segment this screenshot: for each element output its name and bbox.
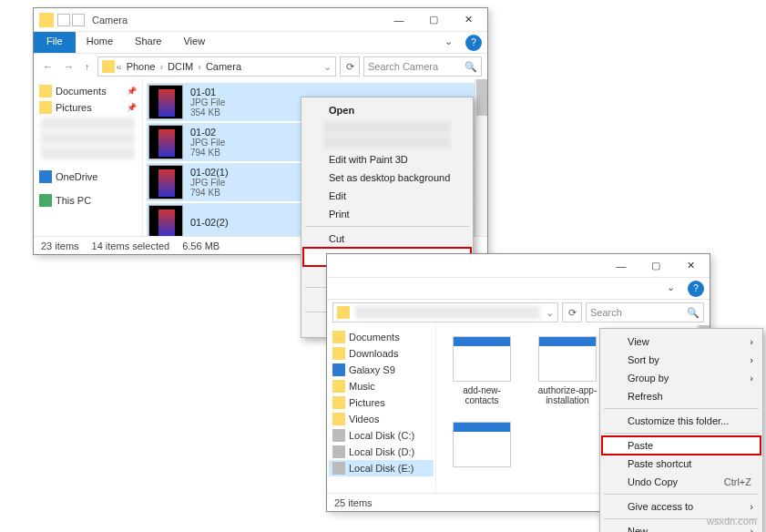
status-item-count: 25 items [334, 497, 373, 508]
blurred-menu-item [323, 121, 451, 134]
status-item-count: 23 items [41, 240, 79, 251]
nav-pictures[interactable]: Pictures [329, 394, 434, 411]
home-tab[interactable]: Home [76, 32, 124, 53]
titlebar[interactable]: — ▢ ✕ [327, 254, 710, 278]
search-input[interactable]: Search Camera 🔍 [363, 56, 482, 77]
nav-pictures[interactable]: Pictures📌 [36, 99, 140, 116]
quick-access-toolbar[interactable] [57, 14, 85, 26]
menu-refresh[interactable]: Refresh [602, 387, 761, 405]
ribbon-tabs: ⌄ ? [327, 278, 710, 300]
menu-customize-folder[interactable]: Customize this folder... [602, 412, 761, 430]
folder-icon [39, 13, 54, 27]
thumbnail [538, 336, 597, 382]
forward-button[interactable]: → [60, 59, 77, 74]
grid-item[interactable] [447, 422, 516, 471]
close-button[interactable]: ✕ [451, 10, 485, 30]
blurred-item [41, 132, 135, 145]
ribbon-tabs: File Home Share View ⌄ ? [34, 32, 487, 54]
nav-documents[interactable]: Documents [329, 329, 434, 345]
back-button[interactable]: ← [39, 59, 56, 74]
crumb-dcim[interactable]: DCIM [165, 61, 196, 72]
nav-pane[interactable]: Documents Downloads Galaxy S9 Music Pict… [327, 325, 436, 493]
address-bar[interactable]: ⌄ [332, 302, 558, 322]
nav-music[interactable]: Music [329, 378, 434, 394]
maximize-button[interactable]: ▢ [416, 10, 451, 30]
blurred-item [41, 147, 135, 159]
file-tab[interactable]: File [34, 32, 76, 53]
thumbnail [148, 125, 183, 159]
minimize-button[interactable]: — [604, 256, 638, 276]
blurred-menu-item [323, 136, 451, 148]
context-menu-folder[interactable]: View› Sort by› Group by› Refresh Customi… [599, 328, 763, 532]
help-icon[interactable]: ? [688, 281, 704, 297]
menu-cut[interactable]: Cut [303, 230, 471, 248]
refresh-button[interactable]: ⟳ [340, 56, 360, 77]
nav-disk-d[interactable]: Local Disk (D:) [329, 444, 434, 460]
folder-icon [102, 60, 115, 73]
folder-icon [337, 306, 350, 319]
search-icon: 🔍 [687, 307, 700, 319]
menu-group-by[interactable]: Group by› [602, 369, 761, 387]
thumbnail [148, 205, 183, 236]
minimize-button[interactable]: — [382, 10, 416, 30]
grid-item[interactable]: add-new-contacts [447, 336, 516, 405]
menu-paste-shortcut[interactable]: Paste shortcut [602, 455, 761, 473]
nav-row: ← → ↑ « Phone› DCIM› Camera ⌄ ⟳ Search C… [34, 54, 487, 79]
search-input[interactable]: Search 🔍 [586, 302, 704, 322]
thumbnail [148, 165, 183, 200]
grid-item[interactable]: authorize-app-installation [533, 336, 602, 405]
search-icon: 🔍 [465, 61, 477, 73]
close-button[interactable]: ✕ [673, 256, 708, 276]
status-selected: 14 items selected [92, 240, 170, 251]
up-button[interactable]: ↑ [81, 59, 94, 74]
nav-downloads[interactable]: Downloads [329, 345, 434, 362]
scrollbar[interactable] [475, 79, 487, 236]
menu-open[interactable]: Open [303, 101, 471, 119]
menu-view[interactable]: View› [602, 332, 761, 351]
share-tab[interactable]: Share [124, 32, 172, 53]
nav-disk-c[interactable]: Local Disk (C:) [329, 427, 434, 444]
menu-paint3d[interactable]: Edit with Paint 3D [303, 150, 471, 169]
crumb-phone[interactable]: Phone [124, 61, 158, 72]
window-title: Camera [92, 15, 128, 26]
menu-sort-by[interactable]: Sort by› [602, 351, 761, 369]
nav-thispc[interactable]: This PC [36, 192, 140, 209]
refresh-button[interactable]: ⟳ [562, 302, 582, 322]
view-tab[interactable]: View [172, 32, 216, 53]
menu-set-desktop-bg[interactable]: Set as desktop background [303, 169, 471, 187]
menu-print[interactable]: Print [303, 205, 471, 223]
nav-pane[interactable]: Documents📌 Pictures📌 OneDrive This PC [34, 79, 143, 236]
search-placeholder: Search [590, 307, 622, 318]
address-bar[interactable]: « Phone› DCIM› Camera ⌄ [97, 56, 337, 77]
ribbon-chevron-icon[interactable]: ⌄ [659, 278, 682, 299]
menu-undo-copy[interactable]: Undo CopyCtrl+Z [602, 473, 761, 491]
nav-row: ⌄ ⟳ Search 🔍 [327, 300, 710, 325]
menu-give-access[interactable]: Give access to› [602, 497, 761, 516]
menu-edit[interactable]: Edit [303, 187, 471, 205]
menu-paste[interactable]: Paste [602, 436, 761, 455]
ribbon-chevron-icon[interactable]: ⌄ [437, 32, 460, 53]
help-icon[interactable]: ? [465, 35, 482, 51]
nav-galaxy[interactable]: Galaxy S9 [329, 362, 434, 378]
nav-onedrive[interactable]: OneDrive [36, 169, 140, 185]
thumbnail [453, 422, 511, 467]
thumbnail [453, 336, 511, 382]
crumb-camera[interactable]: Camera [203, 61, 244, 72]
thumbnail [148, 85, 183, 119]
blurred-item [41, 118, 135, 130]
maximize-button[interactable]: ▢ [638, 256, 673, 276]
search-placeholder: Search Camera [368, 61, 438, 72]
titlebar[interactable]: Camera — ▢ ✕ [34, 8, 487, 32]
nav-disk-e[interactable]: Local Disk (E:) [329, 460, 434, 476]
watermark: wsxdn.com [707, 516, 757, 527]
nav-videos[interactable]: Videos [329, 411, 434, 427]
nav-documents[interactable]: Documents📌 [36, 83, 140, 99]
status-size: 6.56 MB [182, 240, 220, 251]
